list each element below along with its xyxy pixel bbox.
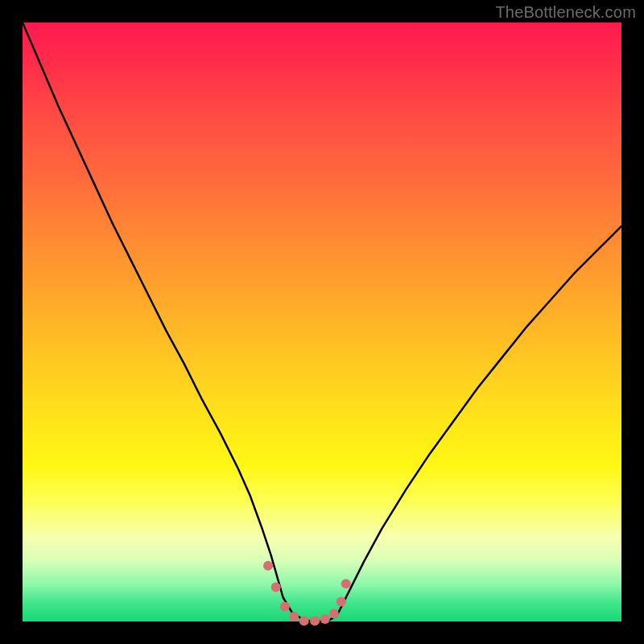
plot-area: [23, 23, 621, 621]
valley-dot: [320, 614, 330, 624]
valley-dot: [280, 601, 290, 611]
chart-stage: TheBottleneck.com: [0, 0, 644, 644]
bottleneck-curve: [23, 23, 621, 621]
valley-dot: [329, 609, 339, 618]
valley-dot: [271, 583, 281, 592]
valley-dot: [336, 597, 346, 606]
watermark-text: TheBottleneck.com: [495, 3, 636, 22]
valley-dot: [341, 579, 351, 588]
valley-dot: [299, 616, 309, 625]
valley-dot: [310, 616, 320, 625]
plot-svg: [23, 23, 621, 621]
valley-dot: [263, 561, 273, 571]
valley-dot: [289, 612, 299, 621]
